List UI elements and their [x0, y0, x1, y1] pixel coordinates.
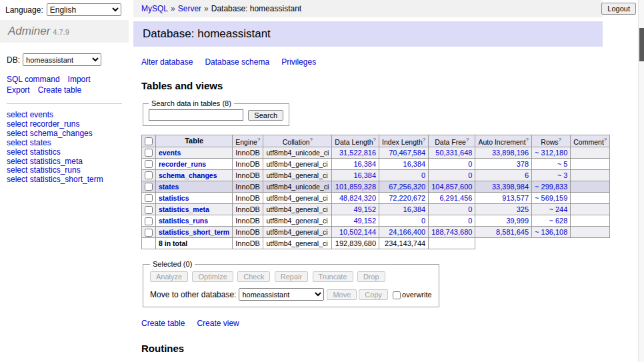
rows-count-link[interactable]: ~ 299,833	[535, 183, 567, 191]
row-checkbox[interactable]	[145, 160, 153, 168]
row-checkbox[interactable]	[145, 206, 153, 214]
index-length-link[interactable]: 70,467,584	[389, 149, 425, 157]
data-free-link[interactable]: 0	[468, 160, 472, 168]
select-states-link[interactable]: select states	[7, 138, 51, 147]
breadcrumb-mysql-link[interactable]: MySQL	[141, 4, 168, 13]
index-length-link[interactable]: 72,220,672	[389, 194, 425, 202]
auto-increment-link[interactable]: 325	[517, 205, 529, 213]
database-schema-link[interactable]: Database schema	[205, 57, 269, 67]
table-name-link[interactable]: states	[159, 183, 179, 191]
row-checkbox[interactable]	[145, 183, 153, 191]
rows-count-link[interactable]: ~ 312,180	[535, 149, 567, 157]
rows-count-link[interactable]: ~ 5	[557, 160, 568, 168]
help-icon[interactable]: ?	[526, 137, 529, 143]
index-length-link[interactable]: 16,384	[403, 160, 426, 168]
db-select[interactable]: homeassistant	[23, 53, 101, 66]
help-icon[interactable]: ?	[559, 137, 561, 143]
select-events-link[interactable]: select events	[7, 110, 53, 119]
data-length-link[interactable]: 101,859,328	[335, 183, 376, 191]
move-db-select[interactable]: homeassistant	[239, 288, 324, 301]
data-free-link[interactable]: 188,743,680	[431, 228, 472, 236]
auto-increment-link[interactable]: 33,898,196	[492, 149, 529, 157]
help-icon[interactable]: ?	[466, 137, 469, 143]
auto-increment-link[interactable]: 39,999	[506, 217, 529, 225]
select-statistics-link[interactable]: select statistics	[7, 147, 61, 157]
truncate-button[interactable]: Truncate	[313, 271, 353, 282]
search-button[interactable]: Search	[248, 110, 283, 121]
scrollbar[interactable]	[638, 0, 644, 362]
data-free-link[interactable]: 0	[468, 171, 472, 179]
language-select[interactable]: English	[47, 3, 121, 16]
auto-increment-link[interactable]: 8,581,645	[496, 228, 529, 236]
select-recorder-runs-link[interactable]: select recorder_runs	[7, 119, 79, 129]
analyze-button[interactable]: Analyze	[150, 271, 188, 282]
table-name-link[interactable]: events	[159, 149, 181, 157]
auto-increment-link[interactable]: 6	[525, 171, 529, 179]
table-name-link[interactable]: statistics_meta	[159, 205, 209, 213]
search-input[interactable]	[149, 109, 243, 121]
breadcrumb-server-link[interactable]: Server	[178, 4, 201, 13]
rows-count-link[interactable]: ~ 628	[549, 217, 567, 225]
import-link[interactable]: Import	[68, 75, 91, 84]
table-name-link[interactable]: recorder_runs	[159, 160, 206, 168]
select-statistics-short-term-link[interactable]: select statistics_short_term	[7, 175, 103, 184]
index-length-link[interactable]: 24,166,400	[389, 228, 425, 236]
select-schema-changes-link[interactable]: select schema_changes	[7, 129, 93, 138]
help-icon[interactable]: ?	[604, 137, 607, 143]
data-free-link[interactable]: 50,331,648	[435, 149, 472, 157]
alter-database-link[interactable]: Alter database	[141, 57, 193, 67]
check-button[interactable]: Check	[237, 271, 270, 282]
row-checkbox[interactable]	[145, 194, 153, 202]
drop-button[interactable]: Drop	[357, 271, 385, 282]
data-free-link[interactable]: 6,291,456	[439, 194, 472, 202]
select-statistics-meta-link[interactable]: select statistics_meta	[7, 157, 83, 166]
table-name-link[interactable]: schema_changes	[159, 171, 217, 179]
index-length-link[interactable]: 67,256,320	[389, 183, 425, 191]
optimize-button[interactable]: Optimize	[192, 271, 233, 282]
index-length-link[interactable]: 0	[421, 171, 425, 179]
create-table-link[interactable]: Create table	[141, 319, 185, 328]
row-checkbox[interactable]	[145, 229, 153, 237]
help-icon[interactable]: ?	[423, 137, 425, 143]
scrollbar-thumb[interactable]	[639, 28, 644, 61]
sql-command-link[interactable]: SQL command	[7, 75, 60, 84]
index-length-link[interactable]: 16,384	[403, 205, 426, 213]
row-checkbox[interactable]	[145, 149, 153, 157]
auto-increment-link[interactable]: 33,398,984	[492, 183, 529, 191]
data-free-link[interactable]: 0	[468, 205, 472, 213]
help-icon[interactable]: ?	[310, 137, 313, 143]
table-name-link[interactable]: statistics	[159, 194, 189, 202]
privileges-link[interactable]: Privileges	[281, 57, 316, 67]
rows-count-link[interactable]: ~ 244	[549, 205, 567, 213]
data-length-link[interactable]: 10,502,144	[339, 228, 376, 236]
app-name[interactable]: Adminer	[8, 25, 50, 37]
repair-button[interactable]: Repair	[275, 271, 308, 282]
index-length-link[interactable]: 0	[421, 217, 425, 225]
row-checkbox[interactable]	[145, 171, 153, 179]
help-icon[interactable]: ?	[257, 137, 260, 143]
row-checkbox[interactable]	[145, 217, 153, 225]
data-free-link[interactable]: 0	[468, 217, 472, 225]
auto-increment-link[interactable]: 378	[517, 160, 529, 168]
table-name-link[interactable]: statistics_short_term	[159, 228, 229, 236]
create-table-sidebar-link[interactable]: Create table	[38, 85, 81, 95]
copy-button[interactable]: Copy	[359, 289, 388, 300]
overwrite-checkbox[interactable]	[393, 291, 401, 299]
data-length-link[interactable]: 48,824,320	[339, 194, 376, 202]
table-name-link[interactable]: statistics_runs	[159, 217, 208, 225]
data-free-link[interactable]: 104,857,600	[431, 183, 472, 191]
rows-count-link[interactable]: ~ 136,108	[535, 228, 567, 236]
logout-button[interactable]: Logout	[601, 3, 636, 15]
rows-count-link[interactable]: ~ 569,159	[535, 194, 567, 202]
help-icon[interactable]: ?	[373, 137, 376, 143]
data-length-link[interactable]: 49,152	[353, 217, 376, 225]
data-length-link[interactable]: 16,384	[353, 160, 376, 168]
select-statistics-runs-link[interactable]: select statistics_runs	[7, 165, 81, 175]
data-length-link[interactable]: 31,522,816	[339, 149, 376, 157]
move-button[interactable]: Move	[327, 289, 357, 300]
create-view-link[interactable]: Create view	[197, 319, 239, 328]
data-length-link[interactable]: 49,152	[353, 205, 376, 213]
overwrite-label[interactable]: overwrite	[402, 291, 432, 299]
select-all-checkbox[interactable]	[145, 137, 153, 145]
auto-increment-link[interactable]: 913,577	[502, 194, 529, 202]
